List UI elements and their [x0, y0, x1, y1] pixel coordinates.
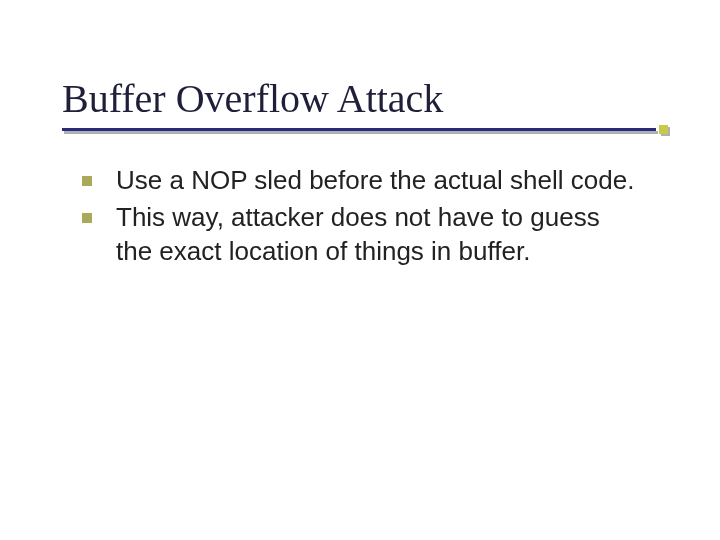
title-rule — [62, 128, 658, 136]
square-bullet-icon — [82, 176, 92, 186]
rule-line — [62, 128, 656, 131]
slide-title: Buffer Overflow Attack — [62, 78, 660, 120]
bullet-list: Use a NOP sled before the actual shell c… — [62, 164, 660, 268]
bullet-text: Use a NOP sled before the actual shell c… — [116, 164, 634, 197]
bullet-text: This way, attacker does not have to gues… — [116, 201, 636, 268]
square-bullet-icon — [82, 213, 92, 223]
rule-dot — [659, 125, 668, 134]
list-item: This way, attacker does not have to gues… — [82, 201, 652, 268]
rule-shadow — [64, 131, 658, 134]
slide: Buffer Overflow Attack Use a NOP sled be… — [0, 0, 720, 540]
list-item: Use a NOP sled before the actual shell c… — [82, 164, 652, 197]
title-block: Buffer Overflow Attack — [62, 78, 660, 136]
